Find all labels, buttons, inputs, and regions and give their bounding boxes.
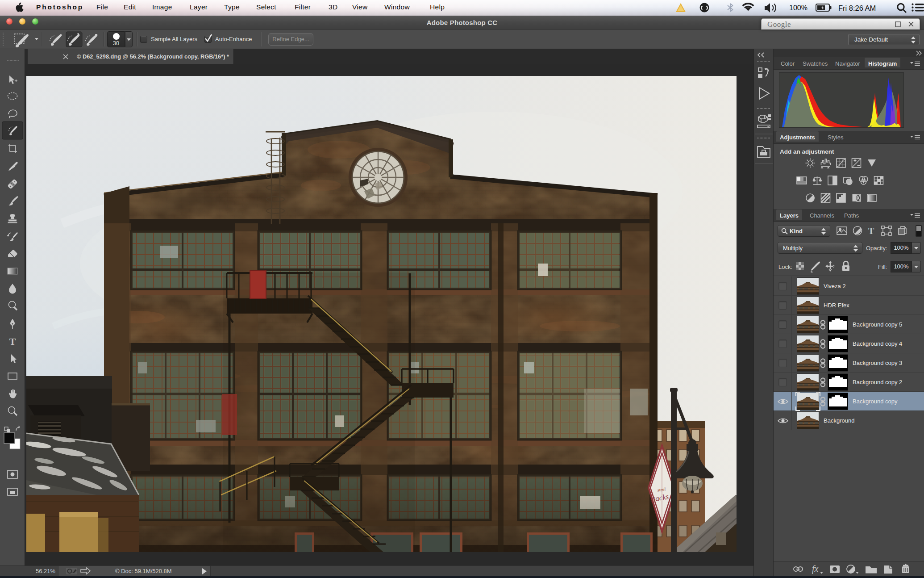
svg-text:Fri 8:26 AM: Fri 8:26 AM <box>838 4 876 12</box>
svg-text:fx: fx <box>812 564 819 574</box>
svg-text:T: T <box>9 336 16 347</box>
svg-text:100%: 100% <box>789 4 807 12</box>
svg-text:T: T <box>868 226 874 236</box>
